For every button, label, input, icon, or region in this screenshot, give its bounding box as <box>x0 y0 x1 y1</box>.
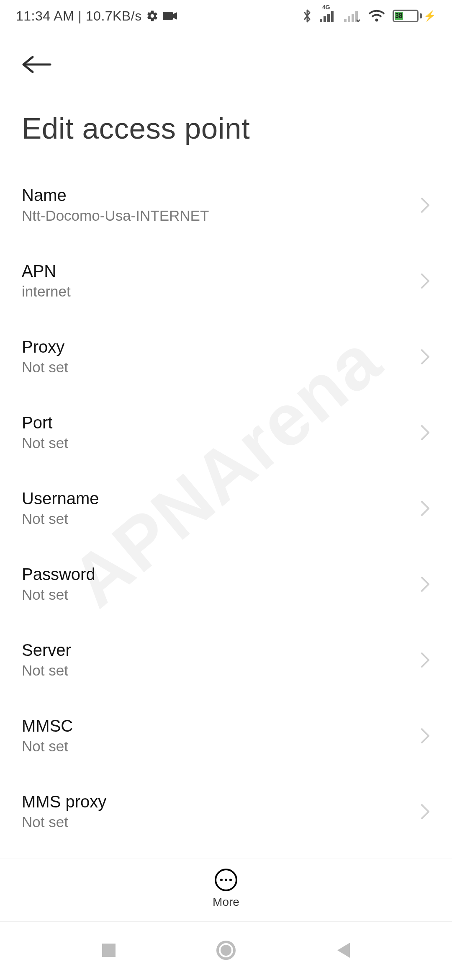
signal-4g-icon: 4G <box>320 10 336 22</box>
wifi-icon <box>368 10 385 22</box>
setting-value: Not set <box>22 435 420 451</box>
page-title: Edit access point <box>0 82 452 162</box>
chevron-right-icon <box>420 273 430 289</box>
setting-label: Name <box>22 186 420 205</box>
status-clock: 11:34 AM <box>16 8 74 23</box>
setting-value: Not set <box>22 814 420 830</box>
chevron-right-icon <box>420 197 430 214</box>
nav-home-button[interactable] <box>209 934 243 968</box>
status-separator: | <box>78 8 82 23</box>
charging-icon: ⚡ <box>424 10 436 22</box>
status-time: 11:34 AM | 10.7KB/s <box>16 8 142 24</box>
chevron-right-icon <box>420 652 430 668</box>
video-camera-icon <box>163 10 178 21</box>
svg-rect-2 <box>324 16 326 22</box>
svg-rect-0 <box>163 12 173 20</box>
status-netspeed: 10.7KB/s <box>86 8 142 23</box>
square-icon <box>101 943 116 959</box>
header <box>0 32 452 82</box>
svg-rect-6 <box>348 16 350 22</box>
battery-percent: 38 <box>395 12 403 20</box>
nav-recents-button[interactable] <box>92 934 126 968</box>
setting-value: Ntt-Docomo-Usa-INTERNET <box>22 207 420 224</box>
setting-row-proxy[interactable]: Proxy Not set <box>0 319 452 395</box>
svg-rect-3 <box>327 14 330 22</box>
setting-row-port[interactable]: Port Not set <box>0 395 452 470</box>
setting-row-mms-proxy[interactable]: MMS proxy Not set <box>0 774 452 849</box>
nav-back-button[interactable] <box>326 934 360 968</box>
setting-label: APN <box>22 262 420 281</box>
setting-row-mmsc[interactable]: MMSC Not set <box>0 698 452 774</box>
chevron-right-icon <box>420 727 430 744</box>
setting-row-password[interactable]: Password Not set <box>0 546 452 622</box>
svg-rect-7 <box>352 14 354 22</box>
chevron-right-icon <box>420 500 430 517</box>
more-label: More <box>213 895 239 909</box>
setting-value: internet <box>22 283 420 300</box>
signal-no-sim-icon <box>344 10 361 22</box>
setting-label: MMSC <box>22 717 420 735</box>
svg-rect-10 <box>102 944 116 957</box>
svg-point-9 <box>375 19 378 22</box>
setting-value: Not set <box>22 359 420 376</box>
back-button[interactable] <box>22 49 55 82</box>
bluetooth-icon <box>302 9 312 23</box>
svg-rect-1 <box>320 19 322 22</box>
setting-value: Not set <box>22 586 420 603</box>
setting-label: Server <box>22 641 420 660</box>
svg-rect-5 <box>344 19 347 22</box>
system-nav-bar <box>0 921 452 980</box>
chevron-right-icon <box>420 424 430 441</box>
setting-label: Port <box>22 413 420 432</box>
status-left: 11:34 AM | 10.7KB/s <box>16 8 178 24</box>
svg-point-12 <box>221 945 231 956</box>
chevron-right-icon <box>420 803 430 820</box>
triangle-left-icon <box>336 942 351 960</box>
battery-indicator: 38 ⚡ <box>393 10 436 22</box>
setting-label: MMS proxy <box>22 792 420 811</box>
arrow-left-icon <box>22 55 52 75</box>
setting-row-name[interactable]: Name Ntt-Docomo-Usa-INTERNET <box>0 167 452 243</box>
setting-row-username[interactable]: Username Not set <box>0 470 452 546</box>
gear-icon <box>146 10 159 22</box>
setting-value: Not set <box>22 738 420 755</box>
circle-icon <box>216 940 236 962</box>
settings-list: Name Ntt-Docomo-Usa-INTERNET APN interne… <box>0 162 452 849</box>
setting-row-server[interactable]: Server Not set <box>0 622 452 698</box>
setting-label: Username <box>22 489 420 508</box>
status-right: 4G 38 ⚡ <box>302 9 436 23</box>
setting-value: Not set <box>22 662 420 679</box>
status-bar: 11:34 AM | 10.7KB/s 4G 38 ⚡ <box>0 0 452 32</box>
more-horizontal-icon <box>215 869 237 891</box>
chevron-right-icon <box>420 348 430 365</box>
setting-value: Not set <box>22 511 420 527</box>
chevron-right-icon <box>420 576 430 593</box>
signal-label: 4G <box>322 4 330 10</box>
setting-label: Proxy <box>22 338 420 356</box>
setting-row-apn[interactable]: APN internet <box>0 243 452 319</box>
svg-rect-4 <box>331 11 334 22</box>
setting-label: Password <box>22 565 420 584</box>
more-button[interactable]: More <box>0 858 452 921</box>
